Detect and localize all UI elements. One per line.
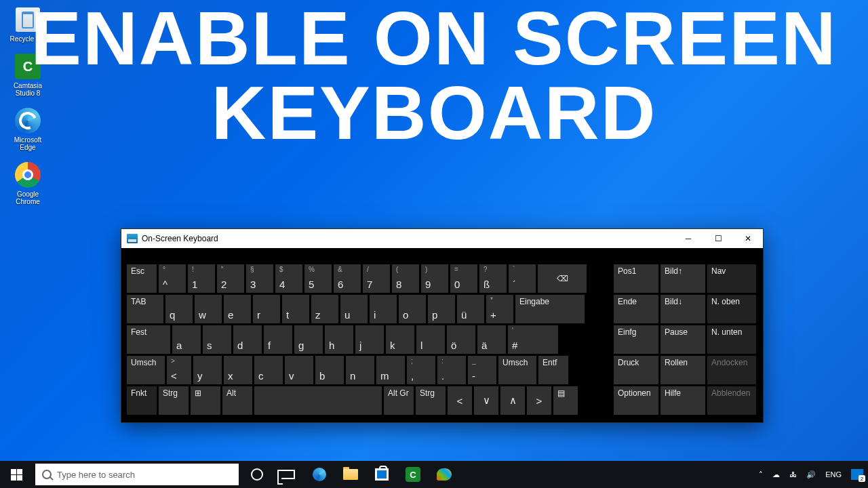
key-v[interactable]: v [285,356,313,384]
key-6[interactable]: &6 [334,264,361,293]
key-fest[interactable]: Fest [127,325,170,354]
key-nav[interactable]: Nav [707,264,756,293]
cortana-button[interactable] [241,461,273,488]
key--[interactable]: >< [167,356,191,384]
key--[interactable]: ä [477,325,506,354]
taskbar-paint[interactable] [429,461,460,488]
key-3[interactable]: §3 [246,264,273,293]
key--[interactable]: ü [457,295,484,323]
key-9[interactable]: )9 [421,264,448,293]
key-a[interactable]: a [172,325,201,354]
key-optionen[interactable]: Optionen [614,386,658,415]
key-altgr[interactable]: Alt Gr [384,386,414,415]
key-u[interactable]: u [340,295,368,323]
key-4[interactable]: $4 [275,264,302,293]
task-view-button[interactable] [273,461,304,488]
key-tab[interactable]: TAB [127,295,163,323]
key-bild-[interactable]: Bild↓ [660,295,705,323]
key-pos1[interactable]: Pos1 [614,264,658,293]
taskbar-camtasia[interactable]: C [397,461,429,488]
key-r[interactable]: r [253,295,280,323]
key--[interactable]: :. [437,356,466,384]
key-x[interactable]: x [224,356,252,384]
key-d[interactable]: d [233,325,262,354]
key-f[interactable]: f [264,325,292,354]
key-umsch[interactable]: Umsch [127,356,165,384]
tray-notifications[interactable]: 2 [846,461,868,488]
tray-chevron[interactable]: ˄ [754,461,768,488]
key-h[interactable]: h [325,325,353,354]
key-rollen[interactable]: Rollen [660,356,705,384]
tray-network[interactable]: 🖧 [785,461,802,488]
key-pause[interactable]: Pause [660,325,705,354]
key-c[interactable]: c [254,356,283,384]
key-umsch[interactable]: Umsch [498,356,536,384]
key-m[interactable]: m [376,356,405,384]
key-left[interactable]: < [448,386,472,415]
key-n-oben[interactable]: N. oben [707,295,756,323]
key--[interactable]: ö [447,325,475,354]
key-space[interactable] [254,386,382,415]
key-z[interactable]: z [311,295,338,323]
taskbar-edge[interactable] [304,461,335,488]
key-right[interactable]: > [527,386,551,415]
tray-volume[interactable]: 🔊 [802,461,821,488]
key-ende[interactable]: Ende [614,295,658,323]
key--[interactable]: °^ [159,264,186,293]
key-g[interactable]: g [294,325,323,354]
key-j[interactable]: j [355,325,384,354]
key-1[interactable]: !1 [188,264,215,293]
key-menu[interactable]: ▤ [553,386,578,415]
key-o[interactable]: o [399,295,426,323]
key--[interactable]: ?ß [479,264,507,293]
key-ctrl-r[interactable]: Strg [416,386,446,415]
key-alt-l[interactable]: Alt [222,386,252,415]
tray-language[interactable]: ENG [821,461,846,488]
key-p[interactable]: p [428,295,455,323]
key-hilfe[interactable]: Hilfe [660,386,705,415]
maximize-button[interactable]: ☐ [703,229,733,248]
key-w[interactable]: w [195,295,222,323]
key-n[interactable]: n [346,356,374,384]
key-entf[interactable]: Entf [538,356,568,384]
key-andocken[interactable]: Andocken [707,356,756,384]
start-button[interactable] [0,461,33,488]
desktop-icon-chrome[interactable]: Google Chrome [5,161,50,205]
key-esc[interactable]: Esc [127,264,157,293]
key-l[interactable]: l [416,325,445,354]
key-b[interactable]: b [315,356,344,384]
key-eingabe[interactable]: Eingabe [515,295,585,323]
key-0[interactable]: =0 [450,264,477,293]
key-k[interactable]: k [386,325,414,354]
key-2[interactable]: "2 [217,264,244,293]
key-8[interactable]: (8 [392,264,419,293]
titlebar[interactable]: On-Screen Keyboard ─ ☐ ✕ [121,229,763,248]
key-einfg[interactable]: Einfg [614,325,658,354]
taskbar-store[interactable] [366,461,397,488]
key--[interactable]: _- [468,356,496,384]
taskbar-search[interactable]: Type here to search [35,464,239,485]
key-t[interactable]: t [282,295,309,323]
key-7[interactable]: /7 [363,264,390,293]
key--[interactable]: '# [508,325,558,354]
key-backspace[interactable]: ⌫ [538,264,587,293]
key-s[interactable]: s [203,325,231,354]
key-q[interactable]: q [165,295,193,323]
key-e[interactable]: e [224,295,251,323]
key-abblenden[interactable]: Abblenden [707,386,756,415]
key-ctrl-l[interactable]: Strg [159,386,189,415]
key--[interactable]: `´ [509,264,536,293]
key-win[interactable]: ⊞ [191,386,220,415]
key-i[interactable]: i [370,295,397,323]
key-bild-[interactable]: Bild↑ [660,264,705,293]
close-button[interactable]: ✕ [733,229,763,248]
key-n-unten[interactable]: N. unten [707,325,756,354]
key-druck[interactable]: Druck [614,356,658,384]
key--[interactable]: ;, [407,356,435,384]
taskbar-explorer[interactable] [335,461,366,488]
tray-onedrive[interactable]: ☁ [768,461,785,488]
key-fn[interactable]: Fnkt [127,386,157,415]
key-down[interactable]: ∨ [474,386,498,415]
minimize-button[interactable]: ─ [673,229,703,248]
key--[interactable]: *+ [486,295,513,323]
